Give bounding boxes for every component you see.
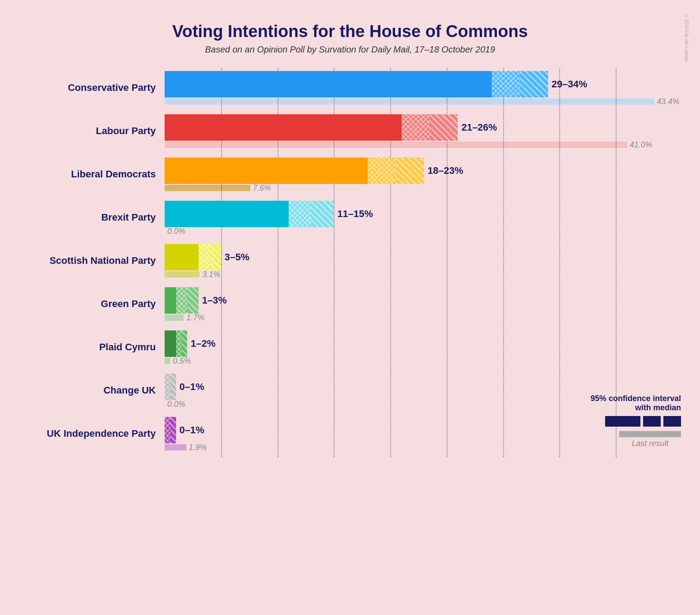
bar-wrapper: 3–5%	[165, 244, 672, 270]
last-result-label: 7.6%	[253, 184, 271, 193]
last-result-label: 0.0%	[167, 400, 185, 409]
range-label: 1–3%	[202, 295, 227, 306]
bar-solid	[165, 244, 199, 270]
chart-container: © 2019 Flip van Laanen Voting Intentions…	[10, 9, 690, 475]
bar-solid	[165, 201, 289, 227]
last-result-label: 43.4%	[657, 97, 679, 106]
party-label-change-uk: Change UK	[28, 385, 165, 396]
bar-cross-hatch	[368, 158, 396, 184]
last-result-row: 1.7%	[165, 315, 672, 321]
bar-solid	[165, 330, 176, 357]
last-result-row: 41.0%	[165, 142, 672, 148]
last-result-label: 1.7%	[186, 313, 204, 322]
bar-cross-hatch	[402, 114, 430, 141]
chart-area: Conservative Party29–34%43.4%Labour Part…	[28, 68, 672, 457]
bar-diag-hatch	[170, 374, 176, 400]
bar-cross-hatch	[165, 417, 170, 443]
bar-row: UK Independence Party0–1%1.9%	[28, 414, 672, 454]
range-label: 0–1%	[180, 381, 204, 393]
bar-wrapper: 11–15%	[165, 201, 672, 227]
bar-cross-hatch	[165, 374, 170, 400]
copyright-text: © 2019 Flip van Laanen	[684, 13, 689, 62]
last-result-row: 0.0%	[165, 228, 672, 234]
bar-solid	[165, 287, 176, 314]
bar-diag-hatch	[187, 287, 199, 314]
party-label-labour-party: Labour Party	[28, 125, 165, 137]
bar-solid	[165, 114, 402, 141]
bar-cross-hatch	[199, 244, 210, 270]
bar-wrapper: 1–2%	[165, 330, 672, 357]
last-result-bar	[165, 358, 170, 364]
bar-cross-hatch	[176, 330, 182, 357]
bar-wrapper: 0–1%	[165, 417, 672, 443]
range-label: 3–5%	[225, 251, 249, 263]
bar-solid	[165, 71, 492, 98]
bar-cross-hatch	[176, 287, 188, 314]
range-label: 1–2%	[191, 338, 215, 349]
bar-diag-hatch	[311, 201, 334, 227]
party-label-green-party: Green Party	[28, 298, 165, 310]
last-result-row: 43.4%	[165, 98, 679, 105]
last-result-label: 3.1%	[202, 270, 220, 279]
last-result-bar	[165, 142, 627, 148]
chart-subtitle: Based on an Opinion Poll by Survation fo…	[28, 45, 672, 55]
bar-section: 1–2%0.5%	[165, 330, 672, 364]
bar-section: 1–3%1.7%	[165, 287, 672, 321]
bar-cross-hatch	[492, 71, 520, 98]
last-result-bar	[165, 98, 654, 105]
bar-row: Brexit Party11–15%0.0%	[28, 198, 672, 237]
party-label-plaid-cymru: Plaid Cymru	[28, 341, 165, 353]
last-result-label: 41.0%	[630, 140, 652, 150]
bar-diag-hatch	[181, 330, 187, 357]
range-label: 0–1%	[180, 424, 204, 436]
bar-wrapper: 0–1%	[165, 374, 672, 400]
bar-diag-hatch	[520, 71, 548, 98]
chart-title: Voting Intentions for the House of Commo…	[28, 22, 672, 41]
range-label: 11–15%	[337, 208, 373, 220]
bar-row: Green Party1–3%1.7%	[28, 284, 672, 324]
last-result-row: 7.6%	[165, 185, 672, 191]
last-result-row: 3.1%	[165, 271, 672, 278]
party-label-scottish-national-party: Scottish National Party	[28, 255, 165, 266]
last-result-bar	[165, 444, 186, 450]
bar-diag-hatch	[210, 244, 221, 270]
bar-wrapper: 18–23%	[165, 158, 672, 184]
bar-row: Change UK0–1%0.0%	[28, 371, 672, 410]
last-result-bar	[165, 271, 199, 278]
bar-row: Liberal Democrats18–23%7.6%	[28, 154, 672, 194]
party-label-conservative-party: Conservative Party	[28, 82, 165, 94]
bar-row: Conservative Party29–34%43.4%	[28, 68, 672, 108]
bar-solid	[165, 158, 368, 184]
bar-section: 11–15%0.0%	[165, 201, 672, 234]
bar-diag-hatch	[430, 114, 458, 141]
bar-wrapper: 21–26%	[165, 114, 672, 141]
bar-section: 29–34%43.4%	[165, 71, 679, 105]
range-label: 18–23%	[428, 165, 463, 176]
range-label: 29–34%	[552, 79, 587, 90]
last-result-label: 0.0%	[167, 227, 185, 236]
last-result-bar	[165, 315, 184, 321]
bar-wrapper: 1–3%	[165, 287, 672, 314]
last-result-row: 0.5%	[165, 358, 672, 364]
last-result-bar	[165, 185, 250, 191]
bar-section: 21–26%41.0%	[165, 114, 672, 148]
range-label: 21–26%	[461, 122, 497, 133]
bar-diag-hatch	[170, 417, 176, 443]
bar-wrapper: 29–34%	[165, 71, 679, 98]
bar-row: Scottish National Party3–5%3.1%	[28, 241, 672, 281]
bar-row: Plaid Cymru1–2%0.5%	[28, 327, 672, 367]
party-label-brexit-party: Brexit Party	[28, 212, 165, 223]
last-result-label: 1.9%	[189, 443, 207, 452]
party-label-liberal-democrats: Liberal Democrats	[28, 169, 165, 180]
last-result-label: 0.5%	[173, 356, 191, 366]
bar-section: 3–5%3.1%	[165, 244, 672, 278]
party-label-uk-independence-party: UK Independence Party	[28, 428, 165, 439]
bar-section: 18–23%7.6%	[165, 158, 672, 191]
bar-diag-hatch	[396, 158, 424, 184]
bar-row: Labour Party21–26%41.0%	[28, 111, 672, 151]
bar-cross-hatch	[289, 201, 311, 227]
